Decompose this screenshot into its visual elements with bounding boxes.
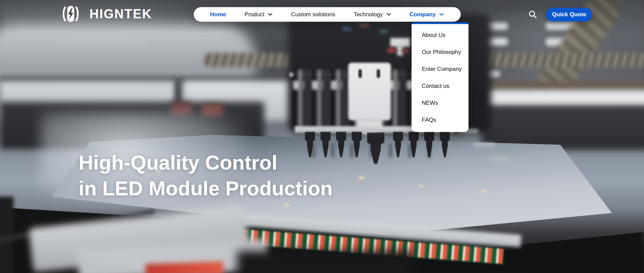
search-button[interactable] — [525, 7, 540, 21]
nav-item-label: Product — [245, 11, 265, 18]
search-icon — [528, 10, 537, 19]
dropdown-item-our-philosophy[interactable]: Our Philosophy — [412, 44, 469, 61]
hero-heading: High-Quality Control in LED Module Produ… — [79, 150, 333, 201]
lightning-bolt-capsule-icon — [58, 5, 86, 23]
nav-item-custom-solotions[interactable]: Custom solotions — [291, 11, 335, 18]
dropdown-item-faqs[interactable]: FAQs — [412, 112, 469, 129]
chevron-down-icon — [268, 13, 272, 16]
nav-item-product[interactable]: Product — [245, 11, 273, 18]
hero-line-2: in LED Module Production — [79, 176, 333, 201]
nav-item-label: Custom solotions — [291, 11, 335, 18]
nav-item-company[interactable]: Company — [409, 11, 443, 18]
nav-item-label: Home — [210, 11, 226, 18]
company-dropdown-menu: About Us Our Philosophy Enter Company Co… — [412, 22, 469, 132]
dropdown-item-news[interactable]: NEWs — [412, 95, 469, 112]
brand-logo-text: HIGNTEK — [89, 7, 152, 20]
nav-item-home[interactable]: Home — [210, 11, 226, 18]
dropdown-item-about-us[interactable]: About Us — [412, 27, 469, 44]
dropdown-item-contact-us[interactable]: Contact us — [412, 78, 469, 95]
chevron-down-icon — [439, 13, 444, 16]
brand-logo[interactable]: HIGNTEK — [58, 5, 152, 23]
nav-item-label: Technology — [354, 11, 383, 18]
hero-background-photo — [0, 0, 644, 273]
hero-line-1: High-Quality Control — [79, 150, 333, 176]
nav-item-label: Company — [409, 11, 435, 18]
quick-quote-button[interactable]: Quick Quote — [546, 8, 592, 21]
nav-item-technology[interactable]: Technology — [354, 11, 391, 18]
main-nav: Home Product Custom solotions Technology… — [194, 7, 461, 22]
page: HIGNTEK Home Product Custom solotions Te… — [0, 0, 644, 273]
chevron-down-icon — [387, 13, 391, 16]
dropdown-item-enter-company[interactable]: Enter Company — [412, 61, 469, 78]
bg-shape — [0, 0, 644, 273]
